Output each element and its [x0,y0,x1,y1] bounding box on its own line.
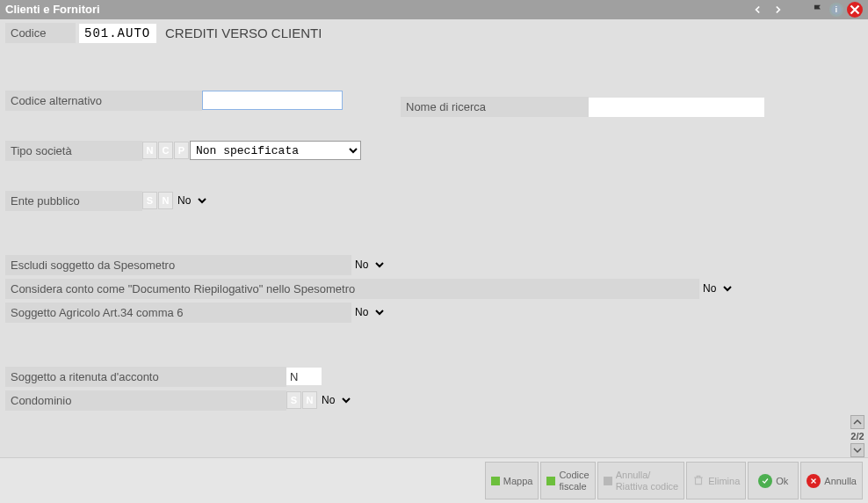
mappa-button[interactable]: Mappa [485,462,539,499]
nome-ricerca-label: Nome di ricerca [401,97,589,117]
scroll-down-button[interactable] [850,443,864,457]
codice-label: Codice [5,23,76,43]
trash-icon [692,474,705,488]
condominio-label: Condominio [5,390,286,411]
agricolo-select[interactable]: No [351,303,387,321]
elimina-button[interactable]: Elimina [686,462,746,499]
condominio-select[interactable]: No [318,391,353,409]
codice-alternativo-input[interactable] [202,91,343,110]
ente-n-button[interactable]: N [158,192,173,209]
escludi-spesometro-select[interactable]: No [351,256,387,273]
escludi-spesometro-label: Escludi soggetto da Spesometro [5,255,351,275]
tipo-p-button[interactable]: P [174,142,189,159]
square-icon [604,477,612,485]
scroll-up-button[interactable] [850,415,864,429]
footer-toolbar: Mappa Codice fiscale Annulla/ Riattiva c… [0,457,868,503]
tipo-n-button[interactable]: N [142,142,157,159]
ente-s-button[interactable]: S [142,192,157,209]
close-icon[interactable] [847,2,863,18]
cancel-icon [807,474,821,488]
elimina-label: Elimina [708,476,740,486]
nav-forward-icon[interactable] [770,3,785,17]
annulla-riattiva-label-l2: Riattiva codice [616,481,679,492]
info-icon[interactable]: i [829,3,843,17]
agricolo-label: Soggetto Agricolo Art.34 comma 6 [5,303,351,323]
svg-text:i: i [835,6,837,14]
ok-button[interactable]: Ok [748,462,799,499]
tipo-societa-select[interactable]: Non specificata [190,141,361,160]
codice-description: CREDITI VERSO CLIENTI [165,26,322,40]
annulla-button[interactable]: Annulla [800,462,863,499]
square-icon [546,477,555,485]
annulla-label: Annulla [824,476,857,486]
titlebar: Clienti e Fornitori i [0,0,868,19]
page-indicator: 2/2 [850,431,864,441]
annulla-riattiva-button[interactable]: Annulla/ Riattiva codice [597,462,685,499]
tipo-c-button[interactable]: C [158,142,173,159]
ente-pubblico-label: Ente pubblico [5,191,142,211]
condominio-n-button[interactable]: N [302,391,317,409]
nome-ricerca-input[interactable] [589,98,764,117]
ente-pubblico-select[interactable]: No [174,192,209,209]
flag-icon[interactable] [810,3,826,17]
mappa-label: Mappa [503,476,533,486]
window-title: Clienti e Fornitori [5,0,100,19]
codice-fiscale-label-l1: Codice [559,470,589,480]
doc-riepilogativo-select[interactable]: No [699,280,734,297]
codice-fiscale-button[interactable]: Codice fiscale [540,462,595,499]
ok-label: Ok [776,476,788,486]
codice-alternativo-label: Codice alternativo [5,91,202,111]
nav-back-icon[interactable] [750,3,766,17]
codice-input[interactable] [79,24,156,43]
page-scroller: 2/2 [850,19,864,457]
codice-fiscale-label-l2: fiscale [559,481,586,492]
check-icon [758,474,772,488]
tipo-societa-label: Tipo società [5,141,142,161]
condominio-s-button[interactable]: S [286,391,301,409]
ritenuta-label: Soggetto a ritenuta d'acconto [5,367,286,387]
square-icon [491,477,500,485]
doc-riepilogativo-label: Considera conto come "Documento Riepilog… [5,279,699,299]
ritenuta-value: N [286,368,322,385]
annulla-riattiva-label-l1: Annulla/ [616,470,651,480]
